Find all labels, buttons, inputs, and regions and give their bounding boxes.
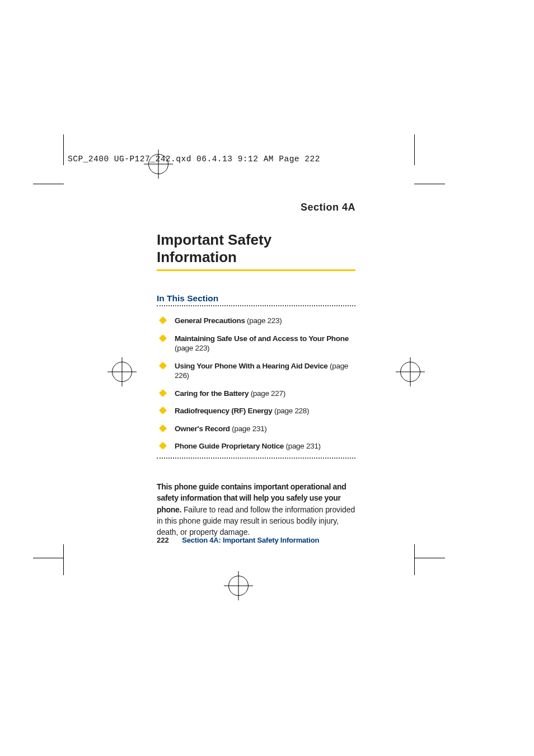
page-content: Section 4A Important Safety Information … [157, 202, 355, 538]
page-number: 222 [157, 536, 169, 544]
crop-mark [63, 134, 64, 165]
toc-text: Radiofrequency (RF) Energy (page 228) [175, 406, 355, 416]
page-title: Important Safety Information [157, 231, 355, 271]
bullet-diamond-icon [159, 362, 167, 370]
registration-mark-icon [400, 362, 420, 382]
crop-mark [414, 558, 445, 558]
bullet-diamond-icon [159, 334, 167, 342]
footer-title: Section 4A: Important Safety Information [182, 536, 319, 544]
crop-mark [414, 184, 445, 184]
registration-mark-icon [112, 362, 132, 382]
bullet-diamond-icon [159, 407, 167, 414]
toc-text: Caring for the Battery (page 227) [175, 389, 355, 399]
bullet-diamond-icon [159, 442, 167, 450]
toc-item: Maintaining Safe Use of and Access to Yo… [157, 330, 355, 357]
crop-mark [414, 544, 415, 575]
print-slug: SCP_2400 UG-P127_242.qxd 06.4.13 9:12 AM… [68, 155, 320, 164]
in-this-section-heading: In This Section [157, 293, 355, 306]
toc-item: Caring for the Battery (page 227) [157, 385, 355, 403]
intro-paragraph: This phone guide contains important oper… [157, 481, 355, 538]
toc-list: General Precautions (page 223) Maintaini… [157, 312, 355, 459]
toc-item: Radiofrequency (RF) Energy (page 228) [157, 402, 355, 420]
toc-text: Using Your Phone With a Hearing Aid Devi… [175, 361, 355, 381]
bullet-diamond-icon [159, 316, 167, 324]
section-label: Section 4A [157, 202, 355, 213]
toc-item: Owner's Record (page 231) [157, 420, 355, 438]
crop-mark [63, 544, 64, 575]
bullet-diamond-icon [159, 389, 167, 397]
crop-mark [414, 134, 415, 165]
crop-mark [33, 184, 64, 184]
toc-text: Phone Guide Proprietary Notice (page 231… [175, 441, 355, 451]
page-footer: 222 Section 4A: Important Safety Informa… [157, 536, 319, 544]
bullet-diamond-icon [159, 424, 167, 432]
toc-item: Phone Guide Proprietary Notice (page 231… [157, 437, 355, 455]
toc-text: General Precautions (page 223) [175, 316, 355, 326]
registration-mark-icon [228, 576, 249, 596]
crop-mark [33, 558, 64, 558]
registration-mark-icon [148, 154, 168, 174]
toc-text: Owner's Record (page 231) [175, 424, 355, 434]
toc-item: General Precautions (page 223) [157, 312, 355, 330]
toc-item: Using Your Phone With a Hearing Aid Devi… [157, 357, 355, 385]
toc-text: Maintaining Safe Use of and Access to Yo… [175, 334, 355, 353]
